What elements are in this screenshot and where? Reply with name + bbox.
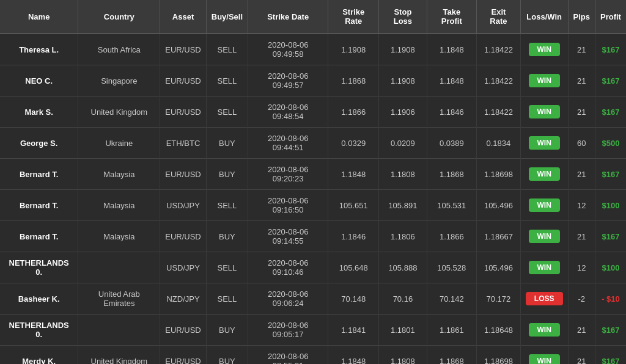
strike-rate-cell: 105.648 bbox=[328, 252, 379, 283]
buysell-cell: SELL bbox=[206, 190, 248, 221]
table-row: Theresa L.South AfricaEUR/USDSELL2020-08… bbox=[0, 34, 626, 65]
table-row: NETHERLANDS 0.EUR/USDBUY2020-08-06 09:05… bbox=[0, 315, 626, 346]
asset-cell: EUR/USD bbox=[160, 221, 207, 252]
country-cell: Singapore bbox=[78, 65, 160, 96]
column-header-asset: Asset bbox=[160, 0, 207, 34]
stop-loss-cell: 1.1808 bbox=[379, 159, 427, 190]
take-profit-cell: 1.1861 bbox=[427, 315, 476, 346]
country-cell bbox=[78, 252, 160, 283]
asset-cell: EUR/USD bbox=[160, 65, 207, 96]
stop-loss-cell: 1.1906 bbox=[379, 96, 427, 128]
buysell-cell: BUY bbox=[206, 128, 248, 159]
asset-cell: EUR/USD bbox=[160, 34, 207, 65]
strike-date-cell: 2020-08-06 09:10:46 bbox=[248, 252, 328, 283]
strike-date-cell: 2020-08-06 09:49:58 bbox=[248, 34, 328, 65]
country-cell: Malaysia bbox=[78, 190, 160, 221]
column-header-exit-rate: Exit Rate bbox=[477, 0, 521, 34]
buysell-cell: SELL bbox=[206, 34, 248, 65]
result-cell: WIN bbox=[520, 221, 568, 252]
country-cell: Malaysia bbox=[78, 221, 160, 252]
country-cell: United Kingdom bbox=[78, 96, 160, 128]
asset-cell: USD/JPY bbox=[160, 252, 207, 283]
buysell-cell: BUY bbox=[206, 315, 248, 346]
country-cell: United Arab Emirates bbox=[78, 283, 160, 315]
strike-rate-cell: 105.651 bbox=[328, 190, 379, 221]
buysell-cell: SELL bbox=[206, 96, 248, 128]
name-cell: Basheer K. bbox=[0, 283, 78, 315]
take-profit-cell: 1.1848 bbox=[427, 34, 476, 65]
name-cell: Bernard T. bbox=[0, 221, 78, 252]
profit-cell: - $10 bbox=[595, 283, 626, 315]
take-profit-cell: 70.142 bbox=[427, 283, 476, 315]
pips-cell: 21 bbox=[568, 221, 595, 252]
stop-loss-cell: 1.1908 bbox=[379, 34, 427, 65]
result-badge: WIN bbox=[529, 136, 560, 150]
column-header-stop-loss: Stop Loss bbox=[379, 0, 427, 34]
pips-cell: 21 bbox=[568, 96, 595, 128]
take-profit-cell: 1.1848 bbox=[427, 65, 476, 96]
result-cell: WIN bbox=[520, 159, 568, 190]
asset-cell: EUR/USD bbox=[160, 159, 207, 190]
exit-rate-cell: 1.18422 bbox=[477, 34, 521, 65]
strike-date-cell: 2020-08-06 09:14:55 bbox=[248, 221, 328, 252]
strike-rate-cell: 1.1846 bbox=[328, 221, 379, 252]
stop-loss-cell: 1.1806 bbox=[379, 221, 427, 252]
asset-cell: EUR/USD bbox=[160, 96, 207, 128]
result-cell: WIN bbox=[520, 252, 568, 283]
result-badge: WIN bbox=[529, 230, 560, 243]
pips-cell: 21 bbox=[568, 346, 595, 365]
buysell-cell: SELL bbox=[206, 65, 248, 96]
take-profit-cell: 0.0389 bbox=[427, 128, 476, 159]
exit-rate-cell: 1.18698 bbox=[477, 159, 521, 190]
strike-date-cell: 2020-08-06 09:06:24 bbox=[248, 283, 328, 315]
strike-date-cell: 2020-08-06 09:49:57 bbox=[248, 65, 328, 96]
exit-rate-cell: 105.496 bbox=[477, 190, 521, 221]
table-header: NameCountryAssetBuy/SellStrike DateStrik… bbox=[0, 0, 626, 34]
profit-cell: $167 bbox=[595, 346, 626, 365]
name-cell: NETHERLANDS 0. bbox=[0, 252, 78, 283]
take-profit-cell: 105.528 bbox=[427, 252, 476, 283]
strike-date-cell: 2020-08-06 09:44:51 bbox=[248, 128, 328, 159]
stop-loss-cell: 0.0209 bbox=[379, 128, 427, 159]
column-header-take-profit: Take Profit bbox=[427, 0, 476, 34]
asset-cell: NZD/JPY bbox=[160, 283, 207, 315]
profit-cell: $167 bbox=[595, 65, 626, 96]
column-header-buy-sell: Buy/Sell bbox=[206, 0, 248, 34]
strike-date-cell: 2020-08-06 09:48:54 bbox=[248, 96, 328, 128]
column-header-strike-date: Strike Date bbox=[248, 0, 328, 34]
pips-cell: 12 bbox=[568, 252, 595, 283]
profit-cell: $167 bbox=[595, 315, 626, 346]
buysell-cell: SELL bbox=[206, 283, 248, 315]
strike-date-cell: 2020-08-06 08:55:01 bbox=[248, 346, 328, 365]
result-badge: WIN bbox=[529, 261, 560, 274]
stop-loss-cell: 1.1808 bbox=[379, 346, 427, 365]
table-row: Bernard T.MalaysiaUSD/JPYSELL2020-08-06 … bbox=[0, 190, 626, 221]
stop-loss-cell: 70.16 bbox=[379, 283, 427, 315]
result-cell: WIN bbox=[520, 96, 568, 128]
strike-rate-cell: 1.1848 bbox=[328, 346, 379, 365]
pips-cell: -2 bbox=[568, 283, 595, 315]
exit-rate-cell: 105.496 bbox=[477, 252, 521, 283]
country-cell bbox=[78, 315, 160, 346]
strike-date-cell: 2020-08-06 09:20:23 bbox=[248, 159, 328, 190]
take-profit-cell: 1.1846 bbox=[427, 96, 476, 128]
result-badge: WIN bbox=[529, 198, 560, 212]
buysell-cell: BUY bbox=[206, 346, 248, 365]
result-cell: LOSS bbox=[520, 283, 568, 315]
asset-cell: EUR/USD bbox=[160, 315, 207, 346]
stop-loss-cell: 1.1908 bbox=[379, 65, 427, 96]
take-profit-cell: 1.1868 bbox=[427, 346, 476, 365]
column-header-country: Country bbox=[78, 0, 160, 34]
profit-cell: $500 bbox=[595, 128, 626, 159]
exit-rate-cell: 0.1834 bbox=[477, 128, 521, 159]
result-badge: WIN bbox=[529, 74, 560, 87]
pips-cell: 21 bbox=[568, 65, 595, 96]
table-row: NEO C.SingaporeEUR/USDSELL2020-08-06 09:… bbox=[0, 65, 626, 96]
name-cell: Bernard T. bbox=[0, 159, 78, 190]
exit-rate-cell: 1.18648 bbox=[477, 315, 521, 346]
table-row: Bernard T.MalaysiaEUR/USDBUY2020-08-06 0… bbox=[0, 221, 626, 252]
country-cell: Malaysia bbox=[78, 159, 160, 190]
profit-cell: $100 bbox=[595, 252, 626, 283]
buysell-cell: SELL bbox=[206, 252, 248, 283]
asset-cell: USD/JPY bbox=[160, 190, 207, 221]
